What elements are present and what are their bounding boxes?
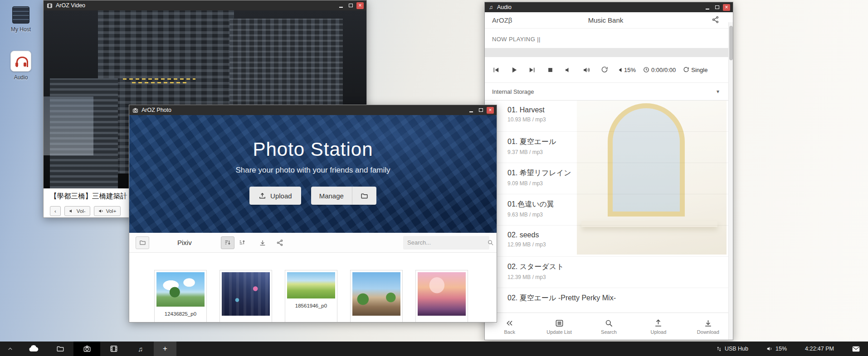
photo-card[interactable]: 12436825_p0 [154,270,207,322]
track-row[interactable]: 01. 夏空エール 9.37 MB / mp3 [485,132,733,163]
camera-icon [132,107,139,114]
volume-up-button[interactable]: Vol+ [94,206,121,216]
search-input[interactable] [407,239,487,246]
audio-window-titlebar[interactable]: ♫ Audio × [485,2,733,12]
notifications-button[interactable] [852,346,860,352]
track-list: 01. Harvest 10.93 MB / mp3 01. 夏空エール 9.3… [485,101,733,304]
play-button[interactable] [509,65,518,74]
taskbar-photo-button[interactable] [73,342,100,356]
track-row[interactable]: 01.色違いの翼 9.63 MB / mp3 [485,194,733,226]
share-icon[interactable] [276,239,283,246]
chevron-down-icon: ▾ [717,88,719,95]
playback-controls: 15% 0:00/0:00 Single [485,57,733,82]
photo-thumbnail [222,272,270,316]
sort-ascending-button[interactable] [221,236,234,249]
photo-grid: 12436825_p0 18561946_p0 [154,270,497,322]
taskbar-music-button[interactable]: ♫ [127,342,154,356]
storage-select[interactable]: Internal Storage ▾ [485,82,733,101]
desktop-icon-label: My Host [6,26,35,33]
usb-arrows-icon [716,346,722,352]
photo-thumbnail [287,272,335,298]
close-button[interactable]: × [356,2,364,9]
refresh-icon[interactable] [600,65,609,74]
track-row[interactable]: 02. seeds 12.99 MB / mp3 [485,226,733,257]
close-button[interactable]: × [487,107,494,114]
photo-hero-banner: Photo Station Share your photo with your… [129,115,497,233]
track-row[interactable]: 02. スターダスト 12.39 MB / mp3 [485,257,733,288]
search-button[interactable]: Search [584,313,634,340]
maximize-button[interactable] [713,4,721,11]
play-mode-toggle[interactable]: Single [683,67,707,73]
speaker-icon [766,346,773,352]
download-button[interactable]: Download [683,313,733,340]
maximize-button[interactable] [347,2,354,9]
clock: 4:22:47 PM [805,346,834,352]
share-icon[interactable] [712,16,719,25]
upload-button[interactable]: Upload [634,313,683,340]
video-frame-decoration [123,78,195,80]
taskbar-cloud-button[interactable] [20,342,47,356]
hero-title: Photo Station [129,139,497,160]
minimize-button[interactable] [337,2,345,9]
photo-card[interactable] [415,270,468,322]
now-playing-label: NOW PLAYING || [492,36,726,43]
manage-folder-icon[interactable] [352,187,376,205]
chevron-up-icon[interactable] [0,342,20,356]
audio-window: ♫ Audio × ArOZβ Music Bank NOW PLAYING |… [484,2,733,340]
stop-button[interactable] [546,65,555,74]
video-frame-decoration [44,96,93,155]
taskbar-video-button[interactable] [100,342,127,356]
volume-down-icon[interactable] [564,65,573,74]
manage-button-group: Manage [311,187,376,205]
scrollbar-thumb[interactable] [729,26,733,60]
track-row[interactable]: 01. Harvest 10.93 MB / mp3 [485,101,733,132]
desktop-icon-label: Audio [6,74,35,81]
window-title: ArOZ Photo [141,107,465,113]
download-icon[interactable] [259,239,266,246]
manage-button[interactable]: Manage [311,187,352,205]
photo-card[interactable] [219,270,272,322]
previous-track-button[interactable] [491,65,500,74]
photo-window: ArOZ Photo × Photo Station Share your ph… [129,105,497,322]
close-button[interactable]: × [723,4,730,11]
sort-descending-button[interactable] [235,236,249,249]
video-window-titlebar[interactable]: ArOZ Video × [44,0,366,10]
photo-thumbnail [156,272,205,307]
window-title: Audio [497,4,701,10]
photo-toolbar: Pixiv [129,233,497,253]
next-track-button[interactable] [527,65,536,74]
desktop-icon-audio[interactable]: Audio [6,51,35,81]
search-icon[interactable] [487,239,494,246]
film-icon [46,2,53,9]
minimize-button[interactable] [704,4,711,11]
window-title: ArOZ Video [56,2,335,9]
photo-card[interactable] [350,270,403,322]
minimize-button[interactable] [468,107,475,114]
add-app-button[interactable]: + [154,342,176,356]
volume-down-button[interactable]: Vol- [64,206,90,216]
track-row[interactable]: 02. 夏空エール -Pretty Perky Mix- [485,288,733,304]
usb-hub-status[interactable]: USB Hub [716,346,748,352]
time-display: 0:00/0:00 [643,67,676,73]
folder-up-button[interactable] [136,236,149,249]
scrollbar[interactable] [728,22,733,340]
volume-status[interactable]: 15% [766,346,787,352]
volume-up-icon[interactable] [582,65,591,74]
previous-video-button[interactable]: ‹ [50,206,61,216]
host-icon [12,6,29,24]
photo-window-titlebar[interactable]: ArOZ Photo × [129,105,497,115]
photo-thumbnail [352,272,400,316]
seek-bar[interactable] [485,48,733,57]
taskbar-files-button[interactable] [47,342,73,356]
envelope-icon [852,346,860,352]
maximize-button[interactable] [477,107,484,114]
section-label: Music Bank [568,16,644,24]
current-folder-label: Pixiv [177,239,192,246]
track-row[interactable]: 01. 希望リフレイン 9.09 MB / mp3 [485,163,733,194]
photo-card[interactable]: 18561946_p0 [285,270,337,322]
headphones-icon [10,51,31,72]
upload-button[interactable]: Upload [249,187,301,205]
desktop-icon-my-host[interactable]: My Host [6,6,35,33]
taskbar: ♫ + USB Hub 15% 4:22:47 PM [0,342,868,356]
update-list-button[interactable]: Update List [534,313,584,340]
